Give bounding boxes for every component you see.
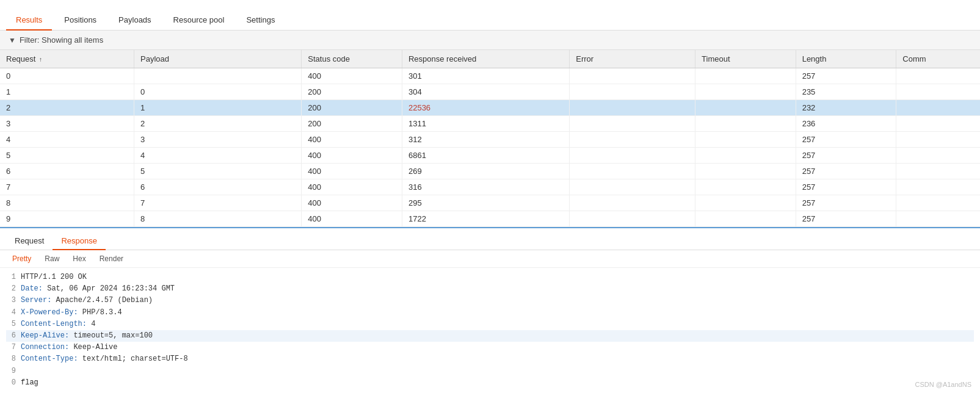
table-row[interactable]: 2120022536232 (0, 100, 980, 116)
table-row[interactable]: 544006861257 (0, 148, 980, 164)
response-line: 5Content-Length: 4 (6, 319, 974, 330)
filter-icon: ▼ (9, 36, 16, 45)
response-line: 3Server: Apache/2.4.57 (Debian) (6, 295, 974, 306)
results-table-container: Request ↑ Payload Status code Response r… (0, 50, 980, 228)
bottom-panel: Request Response Pretty Raw Hex Render 1… (0, 228, 980, 387)
col-header-response-received[interactable]: Response received (402, 50, 569, 68)
sub-tabs: Pretty Raw Hex Render (0, 250, 980, 268)
subtab-render[interactable]: Render (93, 253, 129, 265)
table-row[interactable]: 87400295257 (0, 195, 980, 211)
response-line: 0flag (6, 377, 974, 387)
results-table: Request ↑ Payload Status code Response r… (0, 50, 980, 227)
response-line: 2Date: Sat, 06 Apr 2024 16:23:34 GMT (6, 283, 974, 295)
subtab-raw[interactable]: Raw (38, 253, 65, 265)
col-header-length[interactable]: Length (796, 50, 896, 68)
tab-positions[interactable]: Positions (54, 10, 106, 31)
response-line: 4X-Powered-By: PHP/8.3.4 (6, 307, 974, 319)
col-header-error[interactable]: Error (570, 50, 695, 68)
table-row[interactable]: 984001722257 (0, 211, 980, 227)
response-content: 1HTTP/1.1 200 OK2Date: Sat, 06 Apr 2024 … (0, 268, 980, 387)
col-header-request[interactable]: Request ↑ (0, 50, 134, 68)
subtab-pretty[interactable]: Pretty (6, 253, 37, 265)
table-header-row: Request ↑ Payload Status code Response r… (0, 50, 980, 68)
col-header-timeout[interactable]: Timeout (695, 50, 796, 68)
table-row[interactable]: 322001311236 (0, 116, 980, 132)
response-line: 6Keep-Alive: timeout=5, max=100 (6, 330, 974, 342)
tab-response[interactable]: Response (53, 233, 106, 250)
table-row[interactable]: 0400301257 (0, 68, 980, 84)
tab-payloads[interactable]: Payloads (109, 10, 161, 31)
filter-label: Filter: Showing all items (20, 35, 103, 45)
watermark: CSDN @A1andNS (915, 381, 971, 387)
top-nav: Results Positions Payloads Resource pool… (0, 0, 980, 31)
table-row[interactable]: 43400312257 (0, 132, 980, 148)
tab-request[interactable]: Request (6, 233, 53, 250)
tab-settings[interactable]: Settings (236, 10, 285, 31)
response-line: 7Connection: Keep-Alive (6, 342, 974, 353)
response-line: 9 (6, 366, 974, 377)
tab-resource-pool[interactable]: Resource pool (164, 10, 234, 31)
table-row[interactable]: 65400269257 (0, 164, 980, 179)
response-line: 8Content-Type: text/html; charset=UTF-8 (6, 353, 974, 365)
response-line: 1HTTP/1.1 200 OK (6, 272, 974, 283)
subtab-hex[interactable]: Hex (67, 253, 92, 265)
col-header-payload[interactable]: Payload (134, 50, 301, 68)
col-header-status-code[interactable]: Status code (302, 50, 402, 68)
bottom-tabs: Request Response (0, 228, 980, 250)
table-row[interactable]: 10200304235 (0, 84, 980, 100)
table-body: 0400301257102003042352120022536232322001… (0, 68, 980, 227)
table-row[interactable]: 76400316257 (0, 179, 980, 195)
tab-results[interactable]: Results (6, 10, 52, 31)
col-header-comm[interactable]: Comm (896, 50, 980, 68)
filter-bar[interactable]: ▼ Filter: Showing all items (0, 31, 980, 50)
